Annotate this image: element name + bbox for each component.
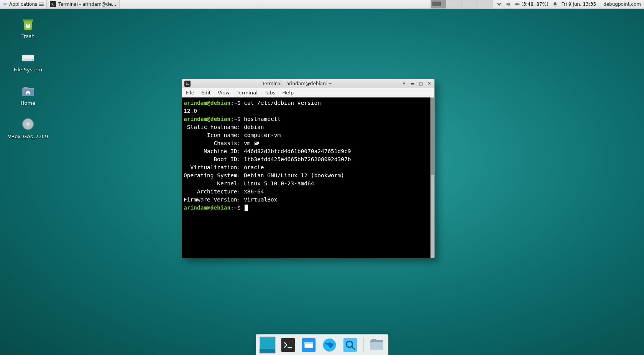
terminal-icon [184, 81, 191, 87]
network-icon[interactable] [496, 2, 502, 7]
magnifier-icon [343, 338, 357, 352]
desktop-icon-trash[interactable]: Trash [7, 17, 49, 40]
volume-icon[interactable] [506, 2, 511, 7]
svg-point-10 [27, 123, 28, 124]
workspace-1[interactable] [431, 0, 446, 8]
top-panel: Applications Terminal - arindam@de... (3… [0, 0, 644, 9]
window-titlebar[interactable]: Terminal - arindam@debian: ~ ▾ ▬ ▢ ✕ [182, 79, 434, 88]
show-desktop-icon [260, 337, 275, 353]
terminal-body[interactable]: arindam@debian:~$ cat /etc/debian_versio… [182, 97, 434, 258]
menu-view[interactable]: View [218, 90, 230, 96]
folder-icon [370, 338, 384, 352]
terminal-window: Terminal - arindam@debian: ~ ▾ ▬ ▢ ✕ Fil… [182, 79, 435, 258]
desktop-icons: Trash File System Home VBox_GAs_7.0.9 [7, 17, 49, 140]
terminal-menubar: File Edit View Terminal Tabs Help [182, 88, 434, 97]
dock-terminal[interactable] [280, 337, 297, 353]
taskbar: Terminal - arindam@de... [47, 0, 120, 8]
window-maximize-button[interactable]: ▢ [418, 81, 424, 86]
scrollbar-thumb[interactable] [431, 98, 434, 175]
window-minimize-button[interactable]: ▬ [410, 81, 415, 86]
menu-file[interactable]: File [186, 90, 194, 96]
workspace-2[interactable] [446, 0, 462, 8]
dock-web-browser[interactable] [321, 337, 338, 353]
dock-separator [363, 337, 364, 353]
svg-rect-1 [519, 4, 519, 5]
home-folder-icon [20, 84, 36, 99]
desktop-icon-vbox-additions[interactable]: VBox_GAs_7.0.9 [7, 117, 49, 140]
svg-point-6 [32, 59, 33, 61]
taskbar-item-label: Terminal - arindam@de... [58, 2, 116, 7]
svg-rect-13 [281, 338, 295, 352]
menu-tabs[interactable]: Tabs [264, 90, 276, 96]
menu-terminal[interactable]: Terminal [237, 90, 258, 96]
svg-rect-16 [305, 342, 313, 344]
workspace-3[interactable] [462, 0, 477, 8]
terminal-cursor [245, 205, 248, 211]
dock-file-manager[interactable] [301, 337, 317, 353]
xfce-logo-icon [2, 2, 8, 7]
menu-edit[interactable]: Edit [201, 90, 211, 96]
desktop-icon-filesystem[interactable]: File System [7, 50, 49, 73]
workspace-switcher[interactable] [430, 0, 493, 8]
svg-rect-18 [343, 338, 357, 352]
workspace-4[interactable] [477, 0, 492, 8]
applications-label: Applications [9, 2, 37, 7]
desktop-icon-home[interactable]: Home [7, 84, 49, 106]
file-manager-icon [302, 338, 316, 352]
disc-icon [20, 117, 36, 132]
system-tray: (3:48, 87%) Fri 9 Jun, 13:35 [493, 0, 600, 8]
battery-indicator[interactable]: (3:48, 87%) [515, 2, 549, 7]
window-title: Terminal - arindam@debian: ~ [194, 81, 401, 86]
taskbar-item-terminal[interactable]: Terminal - arindam@de... [47, 0, 120, 8]
battery-text: (3:48, 87%) [521, 2, 549, 7]
svg-rect-12 [260, 349, 275, 353]
clock[interactable]: Fri 9 Jun, 13:35 [562, 2, 596, 7]
menu-lines-icon [39, 2, 44, 7]
window-close-button[interactable]: ✕ [427, 81, 432, 86]
dock-app-finder[interactable] [342, 337, 359, 353]
dock [256, 334, 389, 355]
globe-icon [322, 338, 337, 352]
battery-icon [515, 2, 520, 7]
applications-menu[interactable]: Applications [0, 0, 47, 8]
menu-help[interactable]: Help [283, 90, 294, 96]
terminal-scrollbar[interactable] [430, 97, 434, 258]
terminal-icon [50, 1, 56, 7]
notification-bell-icon[interactable] [552, 2, 558, 7]
window-buttons: ▾ ▬ ▢ ✕ [401, 81, 432, 86]
window-shade-button[interactable]: ▾ [401, 81, 407, 86]
dock-show-desktop[interactable] [259, 337, 276, 353]
drive-icon [20, 50, 36, 66]
trash-icon [20, 17, 36, 32]
dock-folder[interactable] [368, 337, 385, 353]
svg-rect-2 [516, 4, 519, 5]
watermark: debugpoint.com [600, 0, 644, 8]
terminal-icon [281, 338, 295, 352]
